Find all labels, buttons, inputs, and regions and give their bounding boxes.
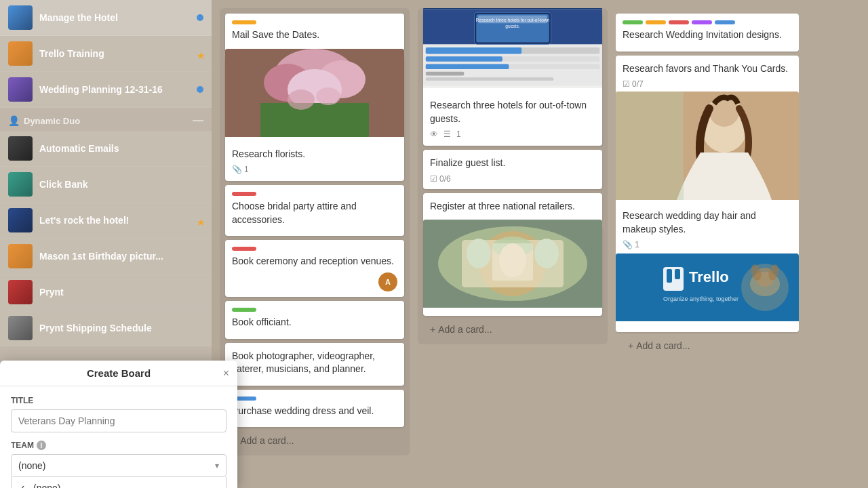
svg-point-27: [467, 239, 491, 268]
card-finalize-guest-list[interactable]: Finalize guest list. ☑ 0/6: [423, 150, 602, 189]
plus-icon: +: [430, 324, 435, 335]
card-purchase-dress[interactable]: Purchase wedding dress and veil.: [225, 390, 404, 428]
card-meta-eye: 👁: [430, 129, 438, 139]
popup-close-button[interactable]: ×: [223, 367, 229, 380]
card-title: Finalize guest list.: [430, 157, 595, 170]
board-title-input[interactable]: [11, 409, 226, 432]
popup-title: Create Board: [87, 367, 151, 379]
svg-rect-22: [426, 77, 554, 81]
card-book-venues[interactable]: Book ceremony and reception venues. A: [225, 240, 404, 297]
svg-point-7: [316, 87, 340, 105]
board-star-badge: ★: [197, 217, 203, 224]
card-research-florists[interactable]: Research florists. 📎 1: [225, 56, 404, 182]
board-star-badge: ★: [197, 50, 203, 57]
collapse-icon[interactable]: —: [193, 115, 203, 127]
card-meta: ☑ 0/7: [623, 79, 792, 89]
checklist-badge: ☑ 0/6: [430, 174, 451, 184]
card-table-setting[interactable]: [423, 226, 602, 316]
add-card-label: Add a card...: [438, 324, 492, 335]
team-dropdown[interactable]: (none) ▾ ✓ (none) Amit's Projects Demo T…: [11, 454, 226, 477]
sidebar-item-manage-hotel[interactable]: Manage the Hotel: [0, 0, 212, 36]
card-wedding-hair[interactable]: Research wedding day hair and makeup sty…: [616, 98, 799, 256]
checklist-badge: ☑ 0/7: [623, 79, 644, 89]
main-board-area: Mail Save the Dates.: [212, 0, 868, 488]
board-column-1: Mail Save the Dates.: [220, 8, 410, 455]
svg-text:Organize anything, together: Organize anything, together: [663, 296, 738, 302]
card-meta: 📎 1: [232, 165, 397, 174]
svg-text:Trello: Trello: [689, 268, 729, 285]
board-thumb-wedding: [8, 77, 33, 102]
sidebar-item-wedding-planning[interactable]: Wedding Planning 12-31-16: [0, 72, 212, 108]
board-thumb-lets-rock: [8, 208, 33, 232]
card-title: Research wedding day hair and makeup sty…: [623, 209, 792, 236]
card-meta-list: ☰: [443, 129, 451, 139]
add-card-button-col1[interactable]: + Add a card...: [225, 431, 404, 450]
team-option-label: (none): [33, 483, 60, 488]
card-title: Book ceremony and reception venues.: [232, 255, 397, 268]
sidebar-item-prynt-shipping[interactable]: Prynt Shipping Schedule: [0, 310, 212, 346]
sidebar-item-automatic-emails[interactable]: Automatic Emails: [0, 131, 212, 167]
card-research-favors[interactable]: Research favors and Thank You Cards. ☑ 0…: [616, 56, 799, 95]
sidebar-item-click-bank[interactable]: Click Bank: [0, 167, 212, 203]
selected-team-label: (none): [18, 460, 45, 471]
svg-rect-31: [492, 243, 533, 281]
sidebar-item-mason-birthday[interactable]: Mason 1st Birthday pictur...: [0, 239, 212, 274]
card-meta-paperclip: 📎 1: [623, 240, 639, 249]
card-meta-count: 1: [456, 129, 461, 139]
add-card-button-col3[interactable]: + Add a card...: [621, 336, 793, 355]
card-title: Mail Save the Dates.: [232, 28, 397, 42]
card-title: Register at three national retailers.: [430, 200, 595, 214]
card-meta: 👁 ☰ 1: [430, 129, 595, 139]
sidebar-item-lets-rock[interactable]: Let's rock the hotel! ★: [0, 203, 212, 239]
card-bridal-attire[interactable]: Choose bridal party attire and accessori…: [225, 185, 404, 236]
add-card-label: Add a card...: [636, 340, 690, 351]
hotel-screenshot: Research three hotels for out-of-town gu…: [423, 8, 602, 88]
board-thumb-trello-training: [8, 41, 33, 66]
svg-rect-5: [260, 103, 369, 137]
svg-text:Research three hotels for out-: Research three hotels for out-of-town: [476, 18, 550, 22]
sidebar-board-label: Wedding Planning 12-31-16: [39, 84, 193, 95]
svg-rect-38: [667, 269, 672, 283]
board-thumb-prynt-shipping: [8, 316, 33, 340]
card-title: Purchase wedding dress and veil.: [232, 405, 397, 418]
popup-header: Create Board ×: [0, 361, 237, 386]
board-thumb-auto-emails: [8, 136, 33, 161]
svg-rect-35: [616, 92, 684, 200]
sidebar-item-prynt[interactable]: Prynt: [0, 274, 212, 310]
svg-rect-21: [426, 72, 465, 76]
board-notification-badge: [197, 86, 203, 93]
card-trello-promo[interactable]: Trello Organize anything, together: [616, 260, 799, 332]
chevron-down-icon: ▾: [215, 461, 219, 470]
svg-rect-37: [663, 267, 684, 291]
card-title: Research Wedding Invitation designs.: [623, 28, 792, 42]
flowers-photo: [225, 49, 404, 137]
sidebar-board-label: Prynt: [39, 287, 203, 298]
card-mail-save-dates[interactable]: Mail Save the Dates.: [225, 14, 404, 52]
board-column-3: Research Wedding Invitation designs. Res…: [616, 8, 799, 361]
card-title: Research florists.: [232, 148, 397, 161]
team-dropdown-selected[interactable]: (none) ▾: [11, 454, 226, 477]
card-title: Book officiant.: [232, 316, 397, 329]
svg-rect-18: [426, 56, 502, 62]
card-wedding-invitations[interactable]: Research Wedding Invitation designs.: [616, 14, 799, 52]
checklist-icon: ☑: [430, 174, 437, 184]
card-book-photographer[interactable]: Book photographer, videographer, caterer…: [225, 343, 404, 386]
board-thumb-manage-hotel: [8, 5, 33, 30]
team-option-none[interactable]: ✓ (none): [12, 477, 226, 488]
create-board-popup: Create Board × Title Team i (none) ▾ ✓ (…: [0, 361, 237, 488]
add-card-button-col2[interactable]: + Add a card...: [423, 320, 602, 339]
svg-rect-39: [675, 269, 680, 279]
card-meta: 📎 1: [623, 240, 792, 249]
svg-point-6: [288, 89, 315, 110]
sidebar-item-trello-training[interactable]: Trello Training ★: [0, 36, 212, 72]
card-research-hotels[interactable]: Research three hotels for out-of-town gu…: [423, 14, 602, 146]
sidebar: Manage the Hotel Trello Training ★ Weddi…: [0, 0, 212, 488]
card-title: Research favors and Thank You Cards.: [623, 62, 792, 76]
board-thumb-prynt: [8, 280, 33, 304]
card-book-officiant[interactable]: Book officiant.: [225, 301, 404, 339]
wedding-hair-photo: [616, 92, 799, 200]
sidebar-section-dynamic-duo: 👤 Dynamic Duo —: [0, 108, 212, 131]
plus-icon: +: [628, 340, 633, 351]
card-register-retailers[interactable]: Register at three national retailers.: [423, 193, 602, 223]
team-info-icon[interactable]: i: [37, 441, 46, 450]
